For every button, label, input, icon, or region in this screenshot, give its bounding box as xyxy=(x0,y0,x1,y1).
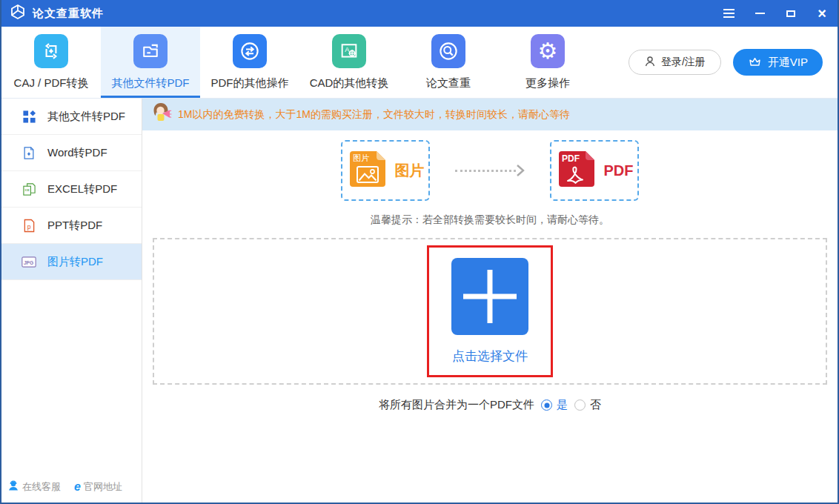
ppt-doc-icon: p xyxy=(21,218,36,233)
official-site-link[interactable]: e 官网地址 xyxy=(74,480,122,494)
svg-text:x≡: x≡ xyxy=(24,188,30,192)
tab-other-files-to-pdf[interactable]: 其他文件转PDF xyxy=(101,27,200,98)
browser-e-icon: e xyxy=(74,481,81,493)
file-dropzone[interactable]: 点击选择文件 xyxy=(153,238,827,385)
person-icon xyxy=(644,56,656,70)
footer-link-label: 官网地址 xyxy=(84,480,122,494)
sidebar-item-label: 图片转PDF xyxy=(47,255,103,269)
tab-label: PDF的其他操作 xyxy=(211,76,289,90)
sidebar-item-label: EXCEL转PDF xyxy=(47,182,117,196)
option-label: 否 xyxy=(590,398,601,412)
warm-tip-text: 温馨提示：若全部转换需要较长时间，请耐心等待。 xyxy=(142,213,838,227)
svg-text:p: p xyxy=(27,222,30,230)
source-format-card: 图片 图片 xyxy=(341,140,430,201)
svg-text:图片: 图片 xyxy=(353,153,369,162)
source-format-label: 图片 xyxy=(395,161,425,181)
customer-service-icon xyxy=(7,480,19,494)
sidebar-footer: 在线客服 e 官网地址 xyxy=(1,472,142,503)
target-format-card: PDF PDF xyxy=(550,140,639,201)
crown-icon xyxy=(748,55,762,70)
sidebar-item-other-files-to-pdf[interactable]: 其他文件转PDF xyxy=(1,99,142,135)
cad-convert-icon: A xyxy=(332,34,366,68)
option-label: 是 xyxy=(557,398,568,412)
word-doc-icon xyxy=(21,145,36,160)
top-navbar: CAJ / PDF转换 其他文件转PDF PDF的其他操作 A CAD的其他转换… xyxy=(1,27,838,99)
tab-label: CAD的其他转换 xyxy=(310,76,389,90)
tab-label: 其他文件转PDF xyxy=(112,76,190,90)
maximize-button[interactable] xyxy=(784,7,797,20)
radio-selected-icon[interactable] xyxy=(541,399,552,411)
login-register-button[interactable]: 登录/注册 xyxy=(629,50,721,75)
sidebar-item-ppt-to-pdf[interactable]: p PPT转PDF xyxy=(1,208,142,244)
svg-text:PDF: PDF xyxy=(562,153,580,164)
magnifier-icon xyxy=(431,34,465,68)
conversion-arrow-icon xyxy=(455,164,525,177)
open-vip-button[interactable]: 开通VIP xyxy=(733,49,823,76)
grid-squares-icon xyxy=(21,109,36,124)
login-label: 登录/注册 xyxy=(661,56,706,69)
tab-label: 更多操作 xyxy=(525,76,570,90)
notice-mascot-icon xyxy=(151,102,172,128)
app-title: 论文查重软件 xyxy=(33,7,104,21)
close-button[interactable]: × xyxy=(815,7,829,20)
exchange-icon xyxy=(233,34,267,68)
pdf-file-icon: PDF xyxy=(556,148,597,193)
sidebar-item-label: 其他文件转PDF xyxy=(47,110,125,124)
minimize-button[interactable] xyxy=(753,7,766,20)
online-support-link[interactable]: 在线客服 xyxy=(7,480,61,494)
gear-icon: ⚙ xyxy=(531,34,565,68)
tab-pdf-other-ops[interactable]: PDF的其他操作 xyxy=(200,27,299,98)
tab-cad-other-convert[interactable]: A CAD的其他转换 xyxy=(299,27,399,98)
notice-text: 1M以内的免费转换，大于1M的需购买注册，文件较大时，转换时间较长，请耐心等待 xyxy=(178,108,570,122)
svg-text:JPG: JPG xyxy=(24,259,33,265)
app-logo-icon xyxy=(9,3,27,24)
tab-caj-pdf-convert[interactable]: CAJ / PDF转换 xyxy=(1,27,101,98)
vip-label: 开通VIP xyxy=(768,56,808,70)
notice-bar: 1M以内的免费转换，大于1M的需购买注册，文件较大时，转换时间较长，请耐心等待 xyxy=(142,99,838,130)
titlebar: 论文查重软件 × xyxy=(1,0,838,27)
tab-label: CAJ / PDF转换 xyxy=(14,76,89,90)
menu-icon[interactable] xyxy=(722,7,735,20)
add-files-button[interactable] xyxy=(451,258,528,335)
sidebar: 其他文件转PDF Word转PDF x≡ EXCEL转PDF p PPT转PDF xyxy=(1,99,142,503)
tab-paper-check[interactable]: 论文查重 xyxy=(399,27,498,98)
excel-doc-icon: x≡ xyxy=(21,182,36,196)
sidebar-item-image-to-pdf[interactable]: JPG 图片转PDF xyxy=(1,244,142,280)
image-file-icon: 图片 xyxy=(347,148,388,193)
sidebar-item-word-to-pdf[interactable]: Word转PDF xyxy=(1,135,142,171)
jpg-doc-icon: JPG xyxy=(21,254,36,269)
sidebar-item-excel-to-pdf[interactable]: x≡ EXCEL转PDF xyxy=(1,171,142,208)
folder-convert-icon xyxy=(133,34,168,68)
highlight-box: 点击选择文件 xyxy=(427,245,553,377)
merge-option-row: 将所有图片合并为一个PDF文件 是 否 xyxy=(142,398,838,412)
radio-unselected-icon[interactable] xyxy=(574,399,586,411)
merge-option-yes[interactable]: 是 xyxy=(541,398,568,412)
main-content: 1M以内的免费转换，大于1M的需购买注册，文件较大时，转换时间较长，请耐心等待 … xyxy=(142,99,838,503)
tab-more-actions[interactable]: ⚙ 更多操作 xyxy=(498,27,597,98)
conversion-illustration: 图片 图片 PDF PDF xyxy=(142,140,838,201)
app-window: 论文查重软件 × CAJ / PDF转换 其他文件转PDF PDF的其他 xyxy=(0,0,839,504)
sidebar-item-label: PPT转PDF xyxy=(47,219,102,233)
caj-pdf-convert-icon xyxy=(34,34,68,68)
sidebar-item-label: Word转PDF xyxy=(47,146,107,160)
pick-file-label[interactable]: 点击选择文件 xyxy=(452,348,528,365)
target-format-label: PDF xyxy=(604,162,634,179)
merge-question-label: 将所有图片合并为一个PDF文件 xyxy=(379,398,534,412)
footer-link-label: 在线客服 xyxy=(22,480,61,494)
merge-option-no[interactable]: 否 xyxy=(574,398,601,412)
tab-label: 论文查重 xyxy=(426,76,471,90)
